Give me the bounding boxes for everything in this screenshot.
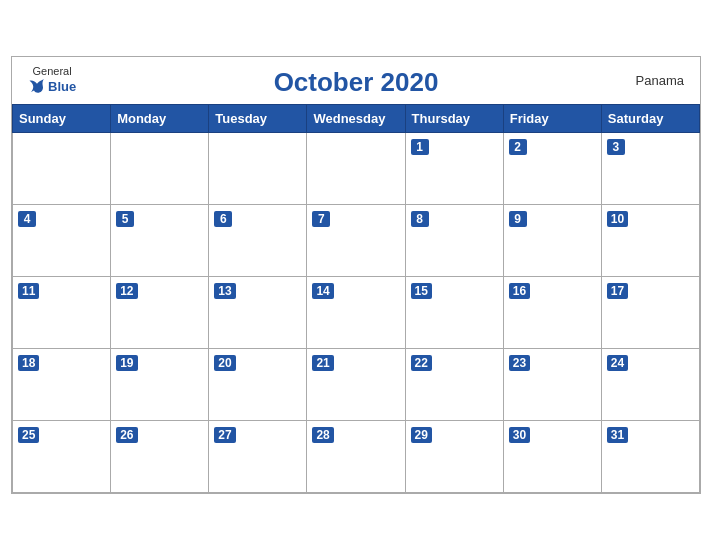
day-number: 21 [312,355,333,371]
day-number: 8 [411,211,429,227]
calendar-cell: 16 [503,277,601,349]
day-number: 24 [607,355,628,371]
calendar-table: Sunday Monday Tuesday Wednesday Thursday… [12,104,700,493]
calendar-cell: 3 [601,133,699,205]
calendar-cell: 11 [13,277,111,349]
calendar-cell: 8 [405,205,503,277]
day-number: 17 [607,283,628,299]
calendar-cell: 19 [111,349,209,421]
day-number: 14 [312,283,333,299]
day-number: 9 [509,211,527,227]
calendar: General Blue October 2020 Panama Sunday … [11,56,701,494]
day-number: 26 [116,427,137,443]
day-number: 19 [116,355,137,371]
day-number: 15 [411,283,432,299]
calendar-cell: 22 [405,349,503,421]
day-number: 16 [509,283,530,299]
header-friday: Friday [503,105,601,133]
calendar-header: General Blue October 2020 Panama [12,57,700,104]
weekday-header-row: Sunday Monday Tuesday Wednesday Thursday… [13,105,700,133]
logo-blue-area: Blue [28,77,76,95]
day-number: 23 [509,355,530,371]
day-number: 5 [116,211,134,227]
day-number: 13 [214,283,235,299]
calendar-cell [209,133,307,205]
calendar-week-row: 45678910 [13,205,700,277]
calendar-cell: 30 [503,421,601,493]
day-number: 7 [312,211,330,227]
calendar-body: 1234567891011121314151617181920212223242… [13,133,700,493]
header-wednesday: Wednesday [307,105,405,133]
day-number: 27 [214,427,235,443]
calendar-cell: 18 [13,349,111,421]
day-number: 12 [116,283,137,299]
calendar-cell [13,133,111,205]
day-number: 6 [214,211,232,227]
day-number: 30 [509,427,530,443]
calendar-cell: 14 [307,277,405,349]
header-thursday: Thursday [405,105,503,133]
calendar-week-row: 123 [13,133,700,205]
day-number: 22 [411,355,432,371]
day-number: 11 [18,283,39,299]
day-number: 4 [18,211,36,227]
calendar-cell: 10 [601,205,699,277]
calendar-cell [111,133,209,205]
calendar-cell [307,133,405,205]
calendar-cell: 27 [209,421,307,493]
calendar-cell: 15 [405,277,503,349]
calendar-cell: 13 [209,277,307,349]
calendar-cell: 17 [601,277,699,349]
country-label: Panama [636,73,684,88]
calendar-cell: 4 [13,205,111,277]
calendar-cell: 31 [601,421,699,493]
day-number: 3 [607,139,625,155]
day-number: 18 [18,355,39,371]
day-number: 1 [411,139,429,155]
calendar-week-row: 25262728293031 [13,421,700,493]
calendar-cell: 7 [307,205,405,277]
header-monday: Monday [111,105,209,133]
calendar-cell: 26 [111,421,209,493]
day-number: 20 [214,355,235,371]
calendar-cell: 23 [503,349,601,421]
calendar-cell: 28 [307,421,405,493]
day-number: 28 [312,427,333,443]
calendar-cell: 25 [13,421,111,493]
calendar-cell: 20 [209,349,307,421]
calendar-cell: 6 [209,205,307,277]
bird-icon [28,77,46,95]
calendar-cell: 5 [111,205,209,277]
day-number: 2 [509,139,527,155]
day-number: 31 [607,427,628,443]
day-number: 29 [411,427,432,443]
header-sunday: Sunday [13,105,111,133]
calendar-week-row: 11121314151617 [13,277,700,349]
logo-general-text: General [33,65,72,77]
header-saturday: Saturday [601,105,699,133]
logo-blue-text: Blue [48,79,76,94]
day-number: 25 [18,427,39,443]
calendar-cell: 9 [503,205,601,277]
calendar-cell: 12 [111,277,209,349]
calendar-title: October 2020 [274,67,439,98]
calendar-week-row: 18192021222324 [13,349,700,421]
calendar-cell: 2 [503,133,601,205]
logo-area: General Blue [28,65,76,95]
calendar-cell: 21 [307,349,405,421]
calendar-cell: 24 [601,349,699,421]
calendar-cell: 1 [405,133,503,205]
header-tuesday: Tuesday [209,105,307,133]
calendar-cell: 29 [405,421,503,493]
day-number: 10 [607,211,628,227]
